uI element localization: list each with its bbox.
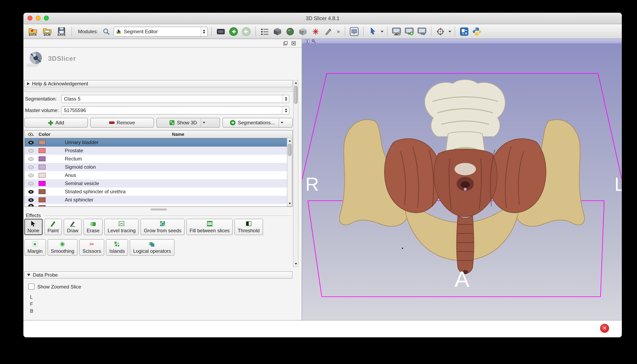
table-row[interactable]: Striated sphincter of urethra xyxy=(25,188,292,196)
module-history-icon[interactable] xyxy=(215,26,226,37)
module-forward-icon[interactable] xyxy=(241,26,252,37)
module-selector-spinner[interactable] xyxy=(200,27,207,36)
extensions-manager-icon[interactable] xyxy=(459,26,470,37)
pin-icon[interactable] xyxy=(312,39,316,44)
mouse-mode-dropdown-caret[interactable] xyxy=(381,30,383,32)
module-selector-combobox[interactable]: Segment Editor xyxy=(114,26,208,36)
selection-frame-icon[interactable] xyxy=(349,26,360,37)
name-column-header[interactable]: Name xyxy=(64,132,292,137)
scroll-down-button[interactable] xyxy=(287,201,292,206)
zoom-window-button[interactable] xyxy=(44,16,49,20)
table-scrollbar[interactable] xyxy=(287,138,292,206)
toolbar-overflow-chevron[interactable]: » xyxy=(337,28,340,34)
segment-color-cell[interactable] xyxy=(37,148,64,153)
close-window-button[interactable] xyxy=(28,16,32,20)
visibility-toggle[interactable] xyxy=(25,190,37,194)
segment-color-cell[interactable] xyxy=(37,198,64,202)
effect-draw-button[interactable]: Draw xyxy=(64,219,82,235)
minimize-window-button[interactable] xyxy=(36,16,41,20)
effect-margin-button[interactable]: Margin xyxy=(24,239,46,256)
segment-color-cell[interactable] xyxy=(37,181,64,186)
visibility-toggle[interactable] xyxy=(25,140,37,144)
undock-panel-icon[interactable] xyxy=(283,41,288,46)
table-row[interactable]: Seminal vesicle xyxy=(25,179,292,188)
color-column-header[interactable]: Color xyxy=(37,132,64,137)
data-probe-section[interactable]: Data Probe xyxy=(24,271,293,279)
table-row[interactable]: Sigmoid colon xyxy=(25,163,292,171)
threed-view[interactable]: 1 xyxy=(302,39,622,320)
crosshair-icon[interactable] xyxy=(435,26,446,37)
effect-level-tracing-button[interactable]: Level tracing xyxy=(104,219,139,235)
visibility-column-header[interactable] xyxy=(25,132,37,136)
master-volume-spinner[interactable] xyxy=(282,107,289,114)
layout-select-icon[interactable] xyxy=(259,26,270,37)
save-button[interactable]: SAVE xyxy=(56,27,68,36)
panel-scrollbar[interactable] xyxy=(293,80,298,267)
load-data-button[interactable]: DATA xyxy=(27,27,39,36)
threed-view-controller-bar[interactable]: 1 xyxy=(302,39,622,44)
table-row[interactable]: Rectum xyxy=(25,155,292,163)
table-row[interactable]: Prostate xyxy=(25,146,292,155)
segmentations-dropdown[interactable] xyxy=(278,118,285,127)
table-row-partial[interactable] xyxy=(25,204,292,207)
visibility-toggle[interactable] xyxy=(25,157,37,161)
splitter-grip[interactable] xyxy=(151,208,167,210)
effect-threshold-button[interactable]: Threshold xyxy=(234,219,263,235)
close-popup-button[interactable]: ✕ xyxy=(600,324,609,332)
table-row[interactable]: Urinary bladder xyxy=(25,138,292,146)
segmentation-combobox[interactable]: Class 5 xyxy=(61,95,289,103)
scrollbar-thumb[interactable] xyxy=(288,144,292,156)
effect-fill-between-slices-button[interactable]: Fill between slices xyxy=(186,219,233,235)
segment-color-cell[interactable] xyxy=(37,156,64,161)
scrollbar-thumb[interactable] xyxy=(294,86,298,104)
visibility-toggle[interactable] xyxy=(25,198,37,202)
effect-grow-from-seeds-button[interactable]: Grow from seeds xyxy=(140,219,185,235)
segmentation-spinner[interactable] xyxy=(282,95,289,102)
module-search-icon[interactable] xyxy=(101,26,112,37)
visibility-toggle[interactable] xyxy=(25,165,37,169)
add-segment-button[interactable]: Add xyxy=(24,118,88,128)
threed-viewport[interactable]: R L A xyxy=(302,44,622,320)
titlebar[interactable]: 3D Slicer 4.8.1 xyxy=(24,13,622,24)
visibility-toggle[interactable] xyxy=(25,182,37,185)
markups-icon[interactable] xyxy=(310,26,321,37)
segment-color-cell[interactable] xyxy=(37,164,64,170)
effect-paint-button[interactable]: Paint xyxy=(44,219,62,235)
cube-view-icon[interactable] xyxy=(272,26,282,37)
scroll-up-button[interactable] xyxy=(287,138,292,143)
show-3d-dropdown[interactable] xyxy=(201,118,207,127)
segment-color-cell[interactable] xyxy=(37,140,64,145)
scroll-up-button[interactable] xyxy=(294,80,298,85)
sphere-view-icon[interactable] xyxy=(285,26,295,37)
capture-screenshot-icon[interactable] xyxy=(391,26,402,37)
effect-islands-button[interactable]: Islands xyxy=(106,239,128,256)
effect-smoothing-button[interactable]: Smoothing xyxy=(48,239,78,256)
scene-view-save-icon[interactable] xyxy=(404,26,414,37)
crosshair-dropdown-caret[interactable] xyxy=(448,30,451,32)
effect-scissors-button[interactable]: ✂ Scissors xyxy=(79,239,104,256)
volume-rendering-icon[interactable] xyxy=(297,26,308,37)
effect-erase-button[interactable]: Erase xyxy=(83,219,103,235)
table-row[interactable]: Ani sphincter xyxy=(25,196,292,204)
visibility-toggle[interactable] xyxy=(25,149,37,152)
scroll-down-button[interactable] xyxy=(294,262,298,266)
remove-segment-button[interactable]: Remove xyxy=(90,118,154,128)
segment-color-cell[interactable] xyxy=(37,189,64,194)
module-back-icon[interactable] xyxy=(228,26,239,37)
close-panel-icon[interactable] xyxy=(291,41,296,46)
dicom-button[interactable]: DCM xyxy=(41,27,53,36)
help-acknowledgement-section[interactable]: Help & Acknowledgement xyxy=(24,80,293,88)
python-console-icon[interactable] xyxy=(472,26,482,37)
effect-none-button[interactable]: None xyxy=(24,219,42,235)
effect-logical-operators-button[interactable]: Logical operators xyxy=(130,239,174,256)
scene-view-restore-icon[interactable] xyxy=(416,26,427,37)
show-3d-button[interactable]: Show 3D xyxy=(156,118,220,128)
table-row[interactable]: Anus xyxy=(25,171,292,179)
mouse-mode-icon[interactable] xyxy=(367,26,378,37)
show-zoomed-slice-checkbox[interactable]: Show Zoomed Slice xyxy=(28,284,81,290)
segmentations-button[interactable]: Segmentations... xyxy=(222,118,293,128)
segment-color-cell[interactable] xyxy=(37,173,64,178)
master-volume-combobox[interactable]: 51755596 xyxy=(61,106,289,114)
visibility-toggle[interactable] xyxy=(25,174,37,177)
annotate-icon[interactable] xyxy=(323,26,334,37)
